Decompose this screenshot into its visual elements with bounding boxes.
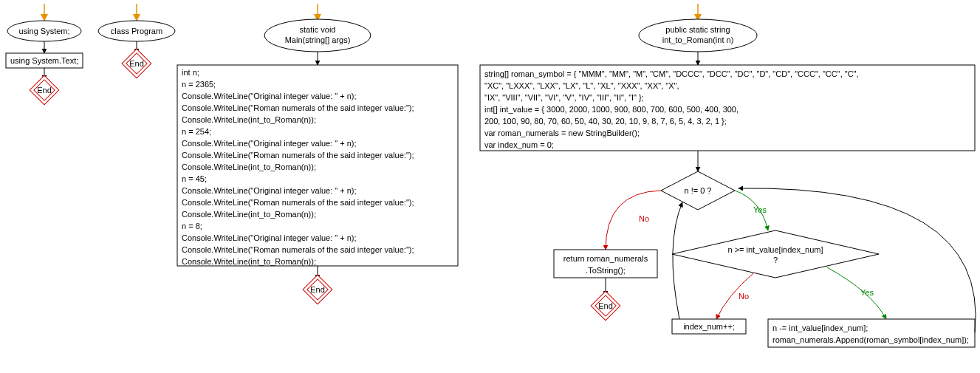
- svg-text:int n;: int n;: [182, 68, 199, 77]
- start-main-label1: static void: [300, 25, 336, 34]
- start-class-label: class Program: [111, 27, 162, 35]
- end-class-label: End: [129, 59, 144, 68]
- svg-text:"XC", "LXXX", "LXX", "LX", "L": "XC", "LXXX", "LXX", "LX", "L", "XL", "X…: [484, 81, 679, 90]
- svg-text:Console.WriteLine("Roman numer: Console.WriteLine("Roman numerals of the…: [182, 245, 414, 254]
- svg-text:var roman_numerals = new Strin: var roman_numerals = new StringBuilder()…: [484, 129, 640, 137]
- start-using-system-label: using System;: [18, 27, 69, 35]
- start-func-label1: public static string: [665, 25, 730, 34]
- end-using-label: End: [37, 86, 52, 95]
- svg-text:n = 254;: n = 254;: [182, 127, 211, 136]
- edge-d1-no-label: No: [639, 214, 649, 223]
- edge-d2-no-label: No: [739, 292, 749, 301]
- svg-text:n = 2365;: n = 2365;: [182, 80, 216, 89]
- svg-text:Console.WriteLine(int_to_Roman: Console.WriteLine(int_to_Roman(n));: [182, 115, 316, 124]
- svg-text:Console.WriteLine("Original in: Console.WriteLine("Original integer valu…: [182, 186, 357, 195]
- edge-d2-yes-label: Yes: [860, 288, 874, 297]
- svg-text:string[] roman_symbol = { "MMM: string[] roman_symbol = { "MMM", "MM", "…: [484, 69, 859, 78]
- svg-text:n = 45;: n = 45;: [182, 174, 207, 183]
- svg-text:Console.WriteLine("Original in: Console.WriteLine("Original integer valu…: [182, 139, 357, 148]
- svg-text:200, 100, 90, 80, 70, 60, 50, : 200, 100, 90, 80, 70, 60, 50, 40, 30, 20…: [484, 117, 727, 126]
- end-func-label: End: [598, 301, 613, 310]
- start-main-label2: Main(string[] args): [285, 35, 351, 44]
- process-assign-l1: n -= int_value[index_num];: [772, 324, 868, 332]
- svg-text:Console.WriteLine("Original in: Console.WriteLine("Original integer valu…: [182, 233, 357, 242]
- process-return-l2: .ToString();: [586, 266, 626, 275]
- end-func: End: [591, 291, 620, 321]
- edge-d1-no: [606, 191, 661, 250]
- process-using-text-label: using System.Text;: [10, 56, 78, 65]
- end-main-label: End: [310, 285, 325, 294]
- svg-text:Console.WriteLine(int_to_Roman: Console.WriteLine(int_to_Roman(n));: [182, 210, 316, 219]
- svg-text:n = 8;: n = 8;: [182, 222, 202, 230]
- process-index-inc-label: index_num++;: [683, 322, 735, 331]
- svg-text:Console.WriteLine(int_to_Roman: Console.WriteLine(int_to_Roman(n));: [182, 162, 316, 171]
- svg-text:int[] int_value = { 3000, 2000: int[] int_value = { 3000, 2000, 1000, 90…: [484, 105, 739, 114]
- edge-idx-loopback: [673, 202, 682, 319]
- svg-text:Console.WriteLine("Roman numer: Console.WriteLine("Roman numerals of the…: [182, 103, 414, 112]
- edge-d1-yes-label: Yes: [753, 205, 767, 214]
- start-func-label2: int_to_Roman(int n): [662, 35, 734, 44]
- svg-text:Console.WriteLine("Original in: Console.WriteLine("Original integer valu…: [182, 92, 357, 100]
- decision-compare-l2: ?: [773, 256, 778, 264]
- process-assign-l2: roman_numerals.Append(roman_symbol[index…: [772, 335, 969, 344]
- svg-text:"IX", "VIII", "VII", "VI", "V": "IX", "VIII", "VII", "VI", "V", "IV", "I…: [484, 93, 644, 102]
- decision-compare: [672, 230, 879, 278]
- svg-text:Console.WriteLine(int_to_Roman: Console.WriteLine(int_to_Roman(n));: [182, 257, 316, 266]
- end-using: End: [30, 75, 59, 105]
- svg-text:var index_num = 0;: var index_num = 0;: [484, 140, 554, 149]
- svg-text:Console.WriteLine("Roman numer: Console.WriteLine("Roman numerals of the…: [182, 198, 414, 207]
- end-main: End: [303, 275, 332, 304]
- svg-text:Console.WriteLine("Roman numer: Console.WriteLine("Roman numerals of the…: [182, 151, 414, 160]
- edge-d2-yes: [827, 267, 886, 319]
- end-class: End: [122, 49, 151, 78]
- process-return-l1: return roman_numerals: [563, 254, 648, 263]
- decision-n-nonzero-label: n != 0 ?: [684, 186, 711, 195]
- flowchart-canvas: using System; using System.Text; End cla…: [0, 0, 980, 373]
- decision-compare-l1: n >= int_value[index_num]: [727, 245, 823, 254]
